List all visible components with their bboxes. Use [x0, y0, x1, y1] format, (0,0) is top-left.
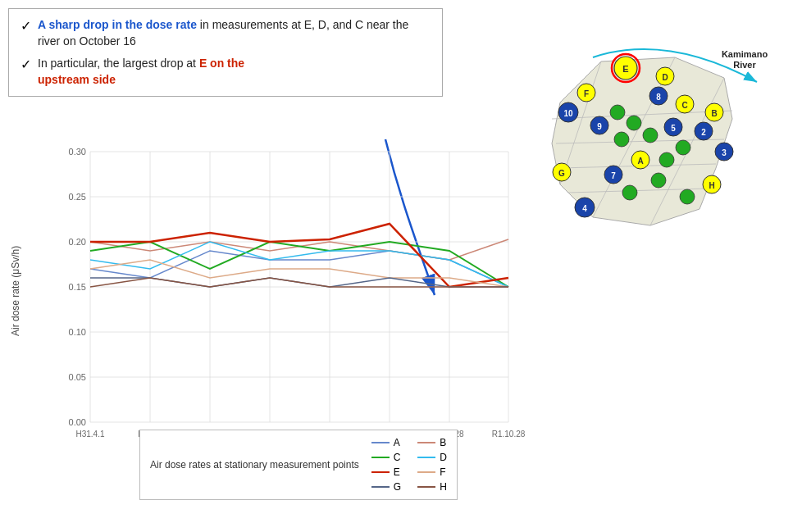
svg-text:0.25: 0.25 — [69, 192, 86, 202]
svg-text:3: 3 — [722, 148, 727, 157]
legend-box: Air dose rates at stationary measurement… — [139, 430, 458, 500]
svg-text:5: 5 — [671, 124, 676, 133]
svg-text:H: H — [709, 181, 714, 190]
svg-text:0.20: 0.20 — [69, 237, 86, 247]
legend-grid: A B C D E — [371, 437, 447, 493]
highlight-dose-drop: A sharp drop in the dose rate — [38, 18, 197, 31]
annotation-item-2: ✓ In particular, the largest drop at E o… — [21, 56, 431, 88]
line-d — [90, 242, 508, 287]
line-c — [90, 242, 508, 287]
svg-text:8: 8 — [656, 93, 661, 102]
legend-line-f — [417, 471, 435, 473]
chart-area: Air dose rate (μSv/h) 0.30 0.25 0.20 0.1… — [8, 143, 549, 512]
svg-text:H31.4.1: H31.4.1 — [75, 430, 104, 439]
svg-text:0.30: 0.30 — [69, 147, 86, 157]
svg-point-49 — [651, 173, 666, 188]
legend-label-g: G — [394, 481, 401, 493]
svg-text:E: E — [622, 64, 628, 74]
svg-text:0.05: 0.05 — [69, 372, 86, 382]
map-background: E D F 8 C 5 B — [552, 54, 733, 225]
svg-text:C: C — [681, 101, 687, 110]
checkmark-2: ✓ — [21, 57, 31, 72]
legend-item-e: E — [371, 466, 401, 478]
legend-description: Air dose rates at stationary measurement… — [150, 457, 359, 472]
legend-line-b — [417, 442, 435, 443]
annotation-text-1: A sharp drop in the dose rate in measure… — [38, 17, 431, 49]
legend-label-e: E — [394, 466, 400, 478]
legend-item-h: H — [417, 481, 447, 493]
annotation-item-1: ✓ A sharp drop in the dose rate in measu… — [21, 17, 431, 49]
legend-item-g: G — [371, 481, 401, 493]
highlight-point-e: E on theupstream side — [38, 57, 244, 86]
svg-text:B: B — [711, 109, 717, 118]
legend-line-d — [417, 457, 435, 458]
checkmark-1: ✓ — [21, 18, 31, 34]
legend-label-f: F — [440, 466, 445, 478]
svg-text:10: 10 — [563, 109, 573, 118]
svg-text:G: G — [558, 169, 565, 178]
map-svg: Kamimano River E D F 8 — [519, 8, 798, 246]
legend-item-a: A — [371, 437, 401, 448]
svg-text:D: D — [662, 73, 668, 82]
svg-text:4: 4 — [582, 204, 587, 213]
svg-point-26 — [614, 132, 629, 147]
legend-label-d: D — [440, 452, 447, 463]
svg-point-27 — [676, 140, 690, 155]
legend-item-c: C — [371, 452, 401, 463]
legend-label-a: A — [394, 437, 400, 448]
legend-label-h: H — [440, 481, 447, 493]
svg-point-24 — [627, 116, 641, 130]
svg-text:0.00: 0.00 — [69, 417, 86, 427]
legend-item-b: B — [417, 437, 447, 448]
legend-item-d: D — [417, 452, 447, 463]
map-area: Kamimano River E D F 8 — [519, 8, 798, 246]
legend-line-h — [417, 486, 435, 488]
svg-text:9: 9 — [597, 122, 602, 131]
legend-line-c — [371, 457, 390, 458]
annotation-box: ✓ A sharp drop in the dose rate in measu… — [8, 8, 443, 97]
legend-label-c: C — [394, 452, 401, 463]
legend-line-g — [371, 486, 390, 488]
svg-point-28 — [659, 152, 674, 167]
river-label: Kamimano — [722, 49, 768, 59]
svg-text:7: 7 — [611, 171, 616, 180]
legend-line-a — [371, 442, 390, 443]
chart-svg: 0.30 0.25 0.20 0.15 0.10 0.05 0.00 H31.4… — [49, 143, 541, 463]
svg-point-25 — [643, 128, 658, 143]
svg-text:0.10: 0.10 — [69, 327, 86, 337]
legend-item-f: F — [417, 466, 447, 478]
svg-point-50 — [680, 189, 695, 204]
svg-text:2: 2 — [701, 128, 706, 137]
annotation-text-2: In particular, the largest drop at E on … — [38, 56, 244, 88]
svg-text:F: F — [584, 89, 589, 98]
svg-text:R1.10.28: R1.10.28 — [492, 430, 526, 439]
y-axis-label: Air dose rate (μSv/h) — [10, 168, 21, 414]
svg-text:0.15: 0.15 — [69, 282, 86, 292]
svg-point-23 — [610, 105, 625, 120]
svg-point-51 — [622, 185, 637, 200]
legend-label-b: B — [440, 437, 446, 448]
legend-line-e — [371, 471, 390, 474]
river-label-2: River — [733, 60, 756, 70]
svg-text:A: A — [637, 157, 643, 166]
